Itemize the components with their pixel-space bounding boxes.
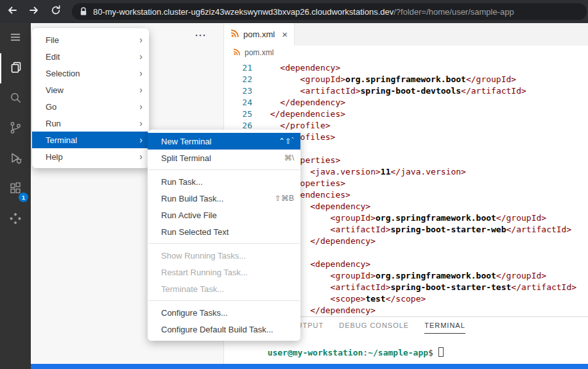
- code-line: <dependency>: [260, 259, 588, 270]
- chevron-right-icon: ›: [139, 85, 143, 95]
- code-line: </properties>: [260, 178, 588, 189]
- code-line: <artifactId>spring-boot-starter-web</art…: [260, 224, 588, 236]
- menu-item-shortcut: ⌃⇧`: [279, 137, 294, 146]
- code-line: <groupId>org.springframework.boot</group…: [260, 270, 588, 282]
- menu-item-run-selected-text[interactable]: Run Selected Text: [148, 223, 300, 240]
- menu-item-label: Help: [46, 152, 132, 162]
- menu-item-shortcut: ⌘\: [284, 153, 294, 162]
- code-line: <properties>: [260, 155, 588, 166]
- line-number: 22: [224, 74, 252, 85]
- menu-item-file[interactable]: File›: [32, 31, 149, 48]
- menu-item-label: Show Running Tasks...: [161, 251, 294, 261]
- code-line: </profile>: [260, 120, 588, 132]
- code-line: [260, 143, 588, 155]
- code-line: </dependency>: [260, 97, 588, 108]
- menu-item-view[interactable]: View›: [32, 82, 149, 98]
- url-host: 80-my-workstation.cluster-ug6ziz43wzeksw…: [93, 7, 393, 17]
- menu-item-new-terminal[interactable]: New Terminal⌃⇧`: [148, 133, 300, 150]
- run-debug-button[interactable]: [0, 144, 31, 174]
- run-debug-icon: [8, 151, 22, 167]
- menu-item-label: New Terminal: [161, 137, 263, 146]
- terminal-cursor: [438, 347, 444, 357]
- code-line: <java.version>11</java.version>: [260, 166, 588, 178]
- menu-item-edit[interactable]: Edit›: [32, 48, 149, 65]
- line-number: 21: [224, 62, 252, 74]
- code-line: <groupId>org.springframework.boot</group…: [260, 212, 588, 224]
- panel-tab-debug-console[interactable]: DEBUG CONSOLE: [339, 317, 409, 334]
- menu-item-split-terminal[interactable]: Split Terminal⌘\: [148, 150, 300, 166]
- tab-pom-xml[interactable]: pom.xml ×: [224, 23, 295, 46]
- forward-arrow-icon: [28, 4, 40, 19]
- menu-item-label: Terminal: [46, 135, 132, 145]
- xml-feed-icon: [233, 48, 241, 58]
- search-icon: [8, 90, 22, 107]
- refresh-icon: [49, 4, 62, 19]
- panel-tab-terminal[interactable]: TERMINAL: [424, 317, 465, 334]
- menu-item-run[interactable]: Run›: [32, 115, 149, 132]
- menu-item-show-running-tasks: Show Running Tasks...: [148, 247, 300, 264]
- git-branch-icon: [8, 121, 22, 137]
- lock-icon: [80, 7, 87, 16]
- code-area: <dependency> <groupId>org.springframewor…: [260, 62, 588, 316]
- breadcrumb[interactable]: pom.xml: [224, 46, 588, 60]
- browser-refresh-button[interactable]: [46, 2, 65, 21]
- chevron-right-icon: ›: [139, 118, 143, 128]
- chevron-right-icon: ›: [139, 135, 143, 145]
- code-line: </profiles>: [260, 132, 588, 143]
- menu-item-label: Configure Tasks...: [161, 308, 294, 318]
- browser-forward-button[interactable]: [24, 2, 44, 21]
- menu-item-label: Run Selected Text: [161, 227, 294, 237]
- browser-toolbar: 80-my-workstation.cluster-ug6ziz43wzeksw…: [0, 0, 588, 23]
- url-path: /?folder=/home/user/sample-app: [393, 7, 514, 17]
- menu-item-label: View: [46, 85, 132, 95]
- menu-item-label: Split Terminal: [161, 153, 269, 163]
- menu-separator: [148, 243, 300, 244]
- menu-item-configure-tasks[interactable]: Configure Tasks...: [148, 304, 300, 321]
- menu-item-run-active-file[interactable]: Run Active File: [148, 207, 300, 223]
- terminal[interactable]: user@my-workstation:~/sample-app$: [227, 338, 444, 367]
- address-bar[interactable]: 80-my-workstation.cluster-ug6ziz43wzeksw…: [72, 3, 587, 20]
- activity-bar: 1: [0, 23, 31, 369]
- terminal-separator: :: [363, 348, 368, 357]
- line-number: 24: [224, 97, 252, 108]
- menu-separator: [148, 300, 300, 301]
- source-control-button[interactable]: [0, 114, 31, 144]
- menu-item-terminate-task: Terminate Task...: [148, 280, 300, 297]
- code-line: </dependency>: [260, 305, 588, 316]
- menu-item-label: Restart Running Task...: [161, 268, 294, 277]
- menu-item-terminal[interactable]: Terminal›: [32, 132, 149, 148]
- code-line: <dependency>: [260, 201, 588, 212]
- code-line: <dependency>: [260, 62, 588, 74]
- menu-item-label: Selection: [46, 69, 132, 78]
- screen: 80-my-workstation.cluster-ug6ziz43wzeksw…: [0, 0, 588, 369]
- menu-item-configure-default-build-task[interactable]: Configure Default Build Task...: [148, 321, 300, 338]
- menu-item-run-build-task[interactable]: Run Build Task...⇧⌘B: [148, 190, 300, 207]
- menu-item-selection[interactable]: Selection›: [32, 65, 149, 82]
- search-button[interactable]: [0, 83, 31, 114]
- menu-item-shortcut: ⇧⌘B: [275, 194, 294, 203]
- cloud-code-button[interactable]: [0, 204, 31, 234]
- hamburger-menu-icon: [9, 31, 22, 46]
- code-line: <dependencies>: [260, 189, 588, 201]
- app-menu-dropdown: File›Edit›Selection›View›Go›Run›Terminal…: [32, 28, 149, 168]
- terminal-submenu: New Terminal⌃⇧`Split Terminal⌘\Run Task.…: [148, 130, 300, 341]
- menu-item-label: Run Task...: [161, 177, 294, 187]
- line-number: 25: [224, 108, 252, 120]
- extensions-button[interactable]: 1: [0, 174, 31, 204]
- files-icon: [9, 60, 23, 77]
- menu-item-run-task[interactable]: Run Task...: [148, 173, 300, 190]
- menu-item-go[interactable]: Go›: [32, 98, 149, 115]
- browser-back-button[interactable]: [3, 2, 22, 21]
- menu-item-label: Terminate Task...: [161, 284, 294, 294]
- explorer-button[interactable]: [0, 53, 31, 83]
- close-icon[interactable]: ×: [282, 30, 288, 39]
- menu-item-help[interactable]: Help›: [32, 148, 149, 165]
- more-actions-button[interactable]: ⋯: [195, 28, 207, 42]
- menu-button[interactable]: [0, 23, 31, 53]
- terminal-cwd: ~/sample-app: [368, 348, 428, 357]
- chevron-right-icon: ›: [139, 68, 143, 78]
- code-line: <artifactId>spring-boot-starter-test</ar…: [260, 282, 588, 293]
- code-line: </dependency>: [260, 236, 588, 247]
- menu-item-restart-running-task: Restart Running Task...: [148, 264, 300, 280]
- terminal-prompt-symbol: $: [428, 348, 433, 357]
